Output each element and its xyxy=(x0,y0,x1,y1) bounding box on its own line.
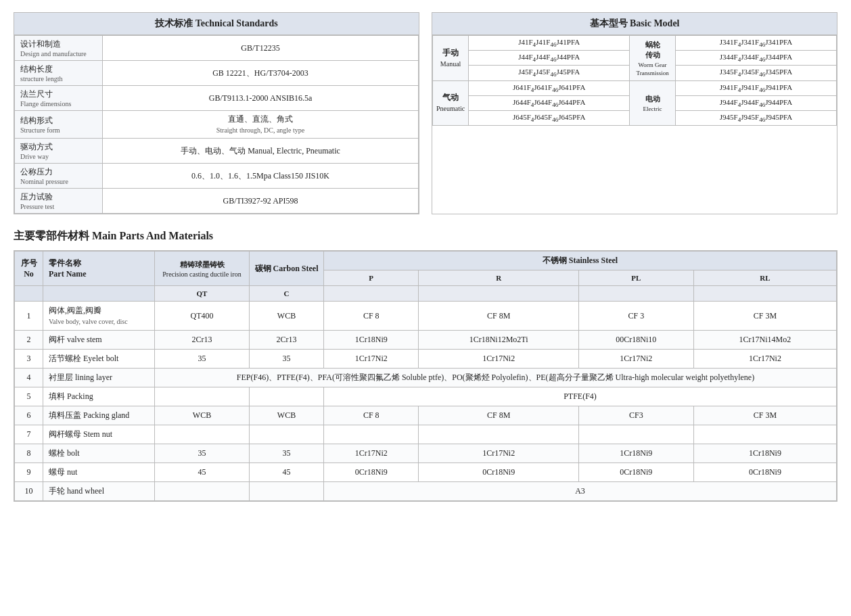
parts-name: 阀杆 valve stem xyxy=(43,331,155,350)
parts-p: 0Cr18Ni9 xyxy=(324,463,419,482)
main-parts-section: 主要零部件材料 Main Parts And Materials 序号No 零件… xyxy=(14,229,837,502)
parts-qt xyxy=(155,387,250,406)
parts-no: 6 xyxy=(15,406,43,425)
tech-standards-table: 设计和制造Design and manufactureGB/T12235结构长度… xyxy=(14,35,419,214)
bm-row-5-right: J944F4J944F46J944PFA xyxy=(676,95,837,110)
tech-standards-title: 技术标准 Technical Standards xyxy=(14,13,419,35)
parts-p: 1Cr18Ni9 xyxy=(324,331,419,350)
parts-note-short: A3 xyxy=(324,482,837,501)
parts-no: 10 xyxy=(15,482,43,501)
tech-label: 压力试验Pressure test xyxy=(15,189,103,214)
table-row: 3活节螺栓 Eyelet bolt35351Cr17Ni21Cr17Ni21Cr… xyxy=(15,350,837,369)
tech-value: GB/T12235 xyxy=(103,36,419,61)
tech-label: 法兰尺寸Flange dimensions xyxy=(15,86,103,111)
th-stainless: 不锈钢 Stainless Steel xyxy=(324,252,837,270)
parts-pl: 1Cr18Ni9 xyxy=(578,444,693,463)
parts-no: 3 xyxy=(15,350,43,369)
table-row: 10手轮 hand wheelA3 xyxy=(15,482,837,501)
parts-r: 1Cr18Ni12Mo2Ti xyxy=(419,331,578,350)
basic-model-title: 基本型号 Basic Model xyxy=(432,13,837,35)
parts-name: 衬里层 lining layer xyxy=(43,369,155,387)
subth-rl-empty xyxy=(693,286,836,302)
parts-c: WCB xyxy=(250,302,324,331)
parts-note: FEP(F46)、PTFE(F4)、PFA(可溶性聚四氟乙烯 Soluble p… xyxy=(155,369,837,387)
parts-c xyxy=(250,425,324,444)
parts-rl xyxy=(693,425,836,444)
parts-name: 手轮 hand wheel xyxy=(43,482,155,501)
tech-value: 直通、直流、角式Straight through, DC, angle type xyxy=(103,111,419,139)
parts-r: CF 8M xyxy=(419,302,578,331)
th-carbon: 碳钢 Carbon Steel xyxy=(250,252,324,286)
tech-value: GB 12221、HG/T3704-2003 xyxy=(103,61,419,86)
parts-qt: 2Cr13 xyxy=(155,331,250,350)
tech-value: 0.6、1.0、1.6、1.5Mpa Class150 JIS10K xyxy=(103,164,419,189)
th-p: P xyxy=(324,270,419,286)
bm-row-5-left: J644F4J644F46J644PFA xyxy=(469,95,630,110)
parts-rl: CF 3M xyxy=(693,302,836,331)
parts-r: 1Cr17Ni2 xyxy=(419,444,578,463)
bm-row-3-left: J45F4J45F46J45PFA xyxy=(469,66,630,80)
bm-row-2-right: J344F4J344F46J344PFA xyxy=(676,51,837,66)
manual-drive-label: 手动Manual xyxy=(433,36,469,81)
parts-r: 1Cr17Ni2 xyxy=(419,350,578,369)
th-rl: RL xyxy=(693,270,836,286)
parts-note-short: PTFE(F4) xyxy=(324,387,837,406)
parts-no: 8 xyxy=(15,444,43,463)
bm-row-4-left: J641F4J641F46J641PFA xyxy=(469,80,630,95)
tech-value: GB/T9113.1-2000 ANSIB16.5a xyxy=(103,86,419,111)
parts-qt: QT400 xyxy=(155,302,250,331)
parts-p: 1Cr17Ni2 xyxy=(324,350,419,369)
parts-r: CF 8M xyxy=(419,406,578,425)
table-row: 8螺栓 bolt35351Cr17Ni21Cr17Ni21Cr18Ni91Cr1… xyxy=(15,444,837,463)
parts-table: 序号No 零件名称Part Name 精铸球墨铸铁Precision casti… xyxy=(14,251,837,501)
pneumatic-drive-label: 气动Pneumatic xyxy=(433,80,469,126)
parts-no: 9 xyxy=(15,463,43,482)
tech-label: 结构长度structure length xyxy=(15,61,103,86)
parts-c xyxy=(250,482,324,501)
parts-p: CF 8 xyxy=(324,302,419,331)
parts-rl: CF 3M xyxy=(693,406,836,425)
parts-r: 0Cr18Ni9 xyxy=(419,463,578,482)
parts-no: 7 xyxy=(15,425,43,444)
parts-pl: 00Cr18Ni10 xyxy=(578,331,693,350)
parts-rl: 0Cr18Ni9 xyxy=(693,463,836,482)
parts-name: 填料压盖 Packing gland xyxy=(43,406,155,425)
table-row: 6填料压盖 Packing glandWCBWCBCF 8CF 8MCF3CF … xyxy=(15,406,837,425)
worm-gear-label: 蜗轮传动Worm GearTransmission xyxy=(630,36,676,81)
subth-c: C xyxy=(250,286,324,302)
parts-pl xyxy=(578,425,693,444)
table-row: 5填料 PackingPTFE(F4) xyxy=(15,387,837,406)
bm-row-3-right: J345F4J345F46J345PFA xyxy=(676,66,837,80)
parts-c xyxy=(250,387,324,406)
th-pl: PL xyxy=(578,270,693,286)
parts-c: 35 xyxy=(250,350,324,369)
subth-name xyxy=(43,286,155,302)
tech-label: 设计和制造Design and manufacture xyxy=(15,36,103,61)
subth-qt: QT xyxy=(155,286,250,302)
th-precision: 精铸球墨铸铁Precision casting ductile iron xyxy=(155,252,250,286)
parts-qt xyxy=(155,482,250,501)
table-row: 2阀杆 valve stem2Cr132Cr131Cr18Ni91Cr18Ni1… xyxy=(15,331,837,350)
subth-p-empty xyxy=(324,286,419,302)
tech-value: 手动、电动、气动 Manual, Electric, Pneumatic xyxy=(103,139,419,164)
parts-name: 填料 Packing xyxy=(43,387,155,406)
parts-pl: CF3 xyxy=(578,406,693,425)
table-row: 1阀体,阀盖,阀瓣Valve body, valve cover, discQT… xyxy=(15,302,837,331)
parts-qt: 45 xyxy=(155,463,250,482)
th-r: R xyxy=(419,270,578,286)
bm-row-1-left: J41F4J41F46J41PFA xyxy=(469,36,630,51)
parts-no: 2 xyxy=(15,331,43,350)
parts-p: CF 8 xyxy=(324,406,419,425)
parts-r xyxy=(419,425,578,444)
parts-no: 4 xyxy=(15,369,43,387)
parts-qt: WCB xyxy=(155,406,250,425)
parts-p xyxy=(324,425,419,444)
subth-r-empty xyxy=(419,286,578,302)
parts-c: WCB xyxy=(250,406,324,425)
tech-standards-section: 技术标准 Technical Standards 设计和制造Design and… xyxy=(14,12,419,214)
parts-name: 螺栓 bolt xyxy=(43,444,155,463)
main-parts-title: 主要零部件材料 Main Parts And Materials xyxy=(14,229,837,243)
parts-c: 2Cr13 xyxy=(250,331,324,350)
tech-label: 驱动方式Drive way xyxy=(15,139,103,164)
parts-name: 螺母 nut xyxy=(43,463,155,482)
